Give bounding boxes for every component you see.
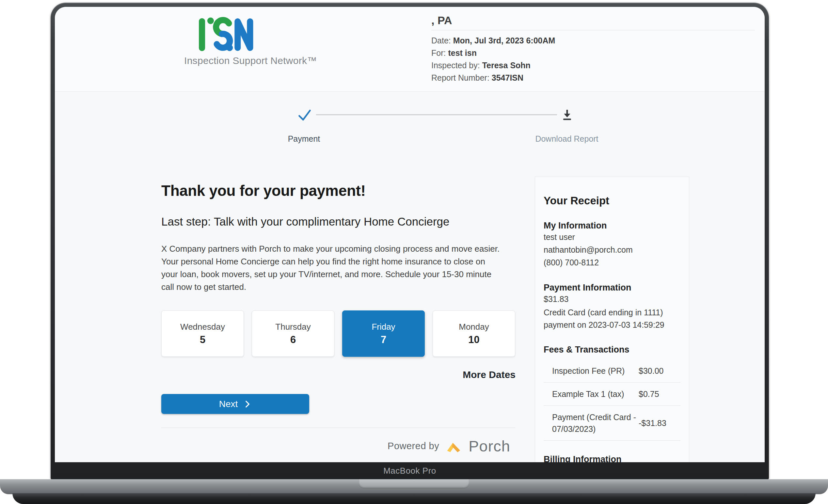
table-row-example-tax: Example Tax 1 (tax) $0.75	[544, 383, 680, 406]
customer-email: nathantobin@porch.com	[544, 244, 680, 256]
more-dates-link[interactable]: More Dates	[161, 369, 515, 380]
property-row-value: test isn	[448, 48, 477, 57]
next-button[interactable]: Next	[161, 394, 309, 414]
customer-name: test user	[544, 231, 680, 244]
device-label: MacBook Pro	[51, 464, 769, 477]
powered-by-row: Powered by Porch	[161, 437, 515, 455]
date-card-thursday-6[interactable]: Thursday 6	[252, 310, 334, 357]
date-card-wednesday-5[interactable]: Wednesday 5	[161, 310, 244, 357]
property-row-report-number: Report Number: 3547ISN	[431, 72, 755, 84]
fee-label: Payment (Credit Card - 07/03/2023)	[544, 411, 638, 435]
fee-amount: $0.75	[638, 389, 680, 399]
property-row-label: Inspected by:	[431, 61, 480, 70]
receipt-fees-transactions: Fees & Transactions Inspection Fee (PR) …	[544, 345, 680, 441]
laptop-base-shadow	[12, 493, 816, 504]
section-heading: Billing Information	[544, 454, 680, 462]
date-card-day: Monday	[459, 322, 489, 332]
porch-wordmark: Porch	[468, 437, 510, 455]
date-card-day: Friday	[372, 322, 395, 332]
laptop-lid: Inspection Support Network™ , PA Date: M…	[51, 3, 769, 480]
property-row-value: 3547ISN	[492, 73, 523, 82]
section-heading: My Information	[544, 221, 680, 231]
receipt-payment-information: Payment Information $31.83 Credit Card (…	[544, 283, 680, 331]
main-divider	[161, 428, 515, 428]
laptop-base-notch	[359, 479, 469, 489]
table-row-inspection-fee: Inspection Fee (PR) $30.00	[544, 360, 680, 383]
receipt-title: Your Receipt	[544, 195, 680, 207]
isn-logo-icon	[197, 16, 255, 52]
fee-amount: $30.00	[638, 366, 680, 376]
step-label-payment: Payment	[268, 134, 340, 143]
next-button-label: Next	[219, 399, 238, 409]
powered-by-label: Powered by	[387, 441, 439, 452]
download-icon	[561, 109, 573, 121]
section-heading: Fees & Transactions	[544, 345, 680, 355]
stepper-line	[316, 114, 557, 115]
table-row-payment: Payment (Credit Card - 07/03/2023) -$31.…	[544, 406, 680, 441]
porch-roof-icon	[446, 440, 461, 453]
fee-label: Inspection Fee (PR)	[544, 365, 638, 377]
logo-tagline: Inspection Support Network™	[184, 55, 321, 66]
chevron-right-icon	[243, 400, 251, 408]
section-heading: Payment Information	[544, 283, 680, 293]
payment-description: Credit Card (card ending in 1111) paymen…	[544, 306, 680, 331]
payment-amount: $31.83	[544, 293, 680, 305]
intro-paragraph: X Company partners with Porch to make yo…	[161, 243, 502, 293]
date-card-number: 6	[290, 334, 296, 346]
page-title: Thank you for your payment!	[161, 182, 515, 200]
progress-stepper: Payment Download Report	[283, 108, 610, 147]
main-content: Thank you for your payment! Last step: T…	[161, 182, 515, 455]
property-divider	[431, 30, 755, 30]
property-row-label: For:	[431, 48, 446, 57]
date-picker: Wednesday 5 Thursday 6 Friday 7 Monday 1…	[161, 310, 515, 357]
receipt-my-information: My Information test user nathantobin@por…	[544, 221, 680, 269]
site-header: Inspection Support Network™ , PA Date: M…	[55, 7, 765, 92]
step-label-download-report: Download Report	[531, 134, 603, 143]
check-icon	[297, 108, 312, 122]
property-row-value: Teresa Sohn	[482, 61, 531, 70]
date-card-day: Wednesday	[180, 322, 225, 332]
property-row-label: Report Number:	[431, 73, 489, 82]
date-card-friday-7-selected[interactable]: Friday 7	[342, 310, 425, 357]
screen: Inspection Support Network™ , PA Date: M…	[55, 7, 765, 462]
property-row-label: Date:	[431, 36, 451, 45]
date-card-day: Thursday	[275, 322, 310, 332]
date-card-monday-10[interactable]: Monday 10	[432, 310, 515, 357]
property-title: , PA	[431, 14, 755, 27]
date-card-number: 10	[468, 334, 479, 346]
logo-block: Inspection Support Network™	[184, 16, 321, 66]
page-subtitle: Last step: Talk with your complimentary …	[161, 215, 515, 228]
date-card-number: 7	[381, 334, 386, 346]
property-row-inspected-by: Inspected by: Teresa Sohn	[431, 59, 755, 72]
fee-amount: -$31.83	[638, 418, 680, 428]
property-row-date: Date: Mon, Jul 3rd, 2023 6:00AM	[431, 34, 755, 47]
fee-label: Example Tax 1 (tax)	[544, 388, 638, 400]
date-card-number: 5	[200, 334, 205, 346]
laptop-mockup: Inspection Support Network™ , PA Date: M…	[0, 0, 828, 504]
customer-phone: (800) 700-8112	[544, 256, 680, 269]
laptop-base	[0, 479, 828, 494]
receipt-panel: Your Receipt My Information test user na…	[535, 177, 689, 462]
property-row-value: Mon, Jul 3rd, 2023 6:00AM	[453, 36, 555, 45]
property-info: , PA Date: Mon, Jul 3rd, 2023 6:00AM For…	[431, 14, 765, 84]
property-row-for: For: test isn	[431, 47, 755, 59]
fees-table: Inspection Fee (PR) $30.00 Example Tax 1…	[544, 360, 680, 441]
receipt-billing-information: Billing Information 331 Lentz St, Jeanne…	[544, 454, 680, 462]
